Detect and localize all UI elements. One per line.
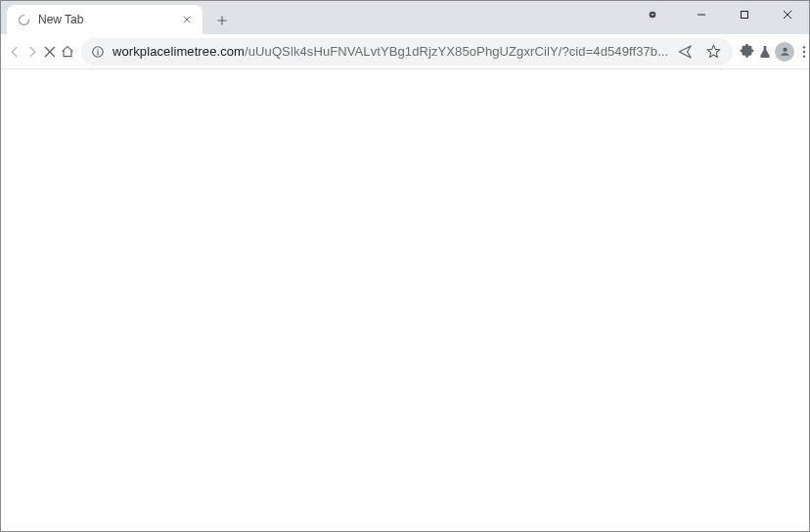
bookmark-star-icon[interactable] bbox=[703, 38, 723, 66]
window-controls bbox=[639, 1, 809, 28]
back-button[interactable] bbox=[7, 38, 22, 66]
tab-title: New Tab bbox=[38, 13, 179, 26]
url-domain: workplacelimetree.com bbox=[112, 44, 245, 59]
svg-point-3 bbox=[97, 48, 98, 49]
extension-badge-icon[interactable] bbox=[639, 1, 666, 28]
url-path: /uUuQSlk4sHuFNVALvtYBg1dRjzYX85oPhgUZgxr… bbox=[245, 44, 668, 59]
profile-avatar-icon[interactable] bbox=[775, 38, 794, 66]
home-button[interactable] bbox=[60, 38, 75, 66]
titlebar: New Tab bbox=[1, 1, 809, 34]
tab-close-button[interactable] bbox=[179, 12, 195, 27]
forward-button[interactable] bbox=[24, 38, 40, 66]
toolbar: workplacelimetree.com/uUuQSlk4sHuFNVALvt… bbox=[1, 34, 809, 69]
url-text: workplacelimetree.com/uUuQSlk4sHuFNVALvt… bbox=[112, 44, 668, 59]
address-bar[interactable]: workplacelimetree.com/uUuQSlk4sHuFNVALvt… bbox=[81, 38, 733, 66]
svg-rect-1 bbox=[742, 12, 748, 19]
svg-point-5 bbox=[803, 46, 805, 48]
svg-point-7 bbox=[803, 55, 805, 57]
maximize-button[interactable] bbox=[723, 1, 766, 28]
svg-point-6 bbox=[803, 50, 805, 52]
minimize-button[interactable] bbox=[680, 1, 723, 28]
extensions-puzzle-icon[interactable] bbox=[739, 38, 755, 66]
labs-flask-icon[interactable] bbox=[757, 38, 773, 66]
stop-reload-button[interactable] bbox=[42, 38, 58, 66]
loading-spinner-icon bbox=[17, 13, 30, 26]
tab-active[interactable]: New Tab bbox=[7, 5, 202, 34]
tab-strip: New Tab bbox=[1, 1, 236, 34]
share-icon[interactable] bbox=[676, 38, 696, 66]
site-info-icon[interactable] bbox=[91, 45, 105, 59]
page-content bbox=[1, 69, 809, 531]
svg-point-4 bbox=[783, 48, 787, 52]
new-tab-button[interactable] bbox=[208, 7, 236, 34]
menu-kebab-icon[interactable] bbox=[796, 38, 810, 66]
close-window-button[interactable] bbox=[766, 1, 809, 28]
